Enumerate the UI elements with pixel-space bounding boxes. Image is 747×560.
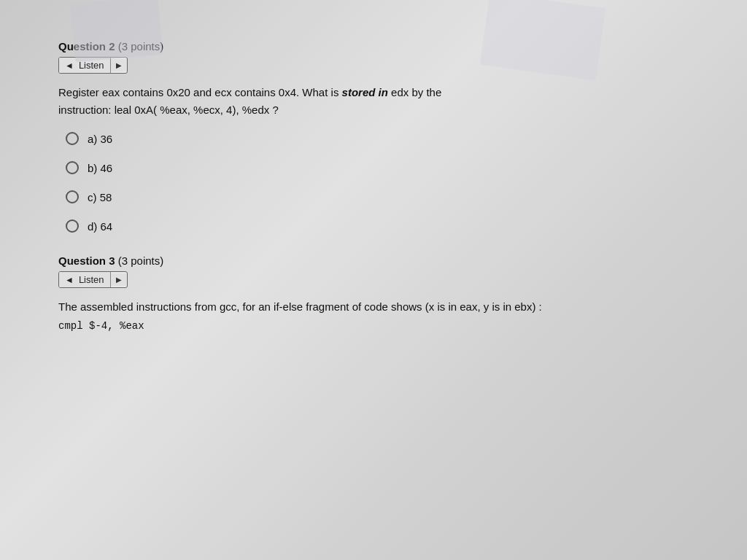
option-b-label: b) 46 — [88, 162, 112, 174]
tape-decoration-top — [71, 0, 163, 62]
listen-button-q3[interactable]: ◄ Listen — [59, 272, 111, 287]
option-d: d) 64 — [66, 219, 703, 233]
q2-text-part2: edx by the — [388, 86, 441, 98]
radio-b[interactable] — [66, 161, 79, 174]
q3-text-content: The assembled instructions from gcc, for… — [58, 300, 542, 313]
option-a-label: a) 36 — [88, 133, 112, 145]
question-2-options: a) 36 b) 46 c) 58 d) 64 — [66, 132, 703, 233]
radio-a[interactable] — [66, 132, 79, 145]
radio-c[interactable] — [66, 190, 79, 203]
option-c: c) 58 — [66, 190, 703, 203]
question-3-header: Question 3 (3 points) — [58, 254, 703, 267]
question-2-text: Register eax contains 0x20 and ecx conta… — [58, 84, 642, 119]
play-button-q2[interactable] — [111, 59, 127, 71]
q2-text-part1: Register eax contains 0x20 and ecx conta… — [58, 86, 342, 98]
play-button-q3[interactable] — [111, 273, 127, 286]
q2-text-part3: instruction: leal 0xA( %eax, %ecx, 4), %… — [58, 104, 279, 116]
listen-label-q3: Listen — [79, 274, 104, 285]
option-a: a) 36 — [66, 132, 703, 145]
speaker-icon-q3: ◄ — [65, 275, 74, 285]
question-3-points: (3 points) — [118, 254, 164, 267]
speaker-icon-q2: ◄ — [65, 61, 74, 71]
question-3-title: Question 3 — [58, 254, 115, 267]
radio-d[interactable] — [66, 219, 79, 233]
option-c-label: c) 58 — [88, 191, 112, 203]
question-3-block: Question 3 (3 points) ◄ Listen The assem… — [58, 254, 703, 332]
question-3-code: cmpl $-4, %eax — [58, 320, 703, 332]
question-2-block: Question 2 (3 points) ◄ Listen Register … — [58, 40, 703, 233]
listen-controls-q3[interactable]: ◄ Listen — [58, 271, 128, 288]
question-3-text: The assembled instructions from gcc, for… — [58, 298, 642, 316]
option-b: b) 46 — [66, 161, 703, 174]
option-d-label: d) 64 — [88, 220, 112, 233]
q2-text-stored-in: stored in — [342, 86, 388, 98]
